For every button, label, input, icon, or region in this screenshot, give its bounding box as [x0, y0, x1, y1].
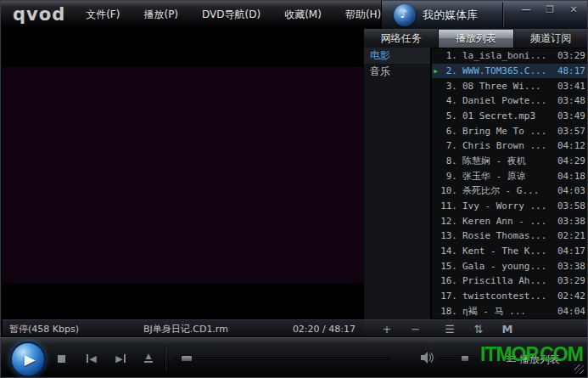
video-frame — [3, 67, 364, 283]
playlist-item[interactable]: 3. 08 Three Wi... 03:41 — [432, 78, 588, 93]
next-icon — [124, 354, 126, 363]
playlist-item-duration: 04:03 — [554, 185, 585, 196]
playlist-item-duration: 03:38 — [554, 216, 585, 227]
playlist-item-number: 3. — [440, 81, 457, 92]
qvod-logo: qvod — [1, 4, 76, 26]
tab-channel-subscribe[interactable]: 频道订阅 — [514, 29, 588, 48]
volume-slider-thumb[interactable] — [461, 355, 469, 362]
menu-play[interactable]: 播放(P) — [143, 8, 178, 22]
playlist-item[interactable]: 13. Rosie Thomas... 02:21 — [432, 228, 588, 244]
next-track-button[interactable]: ▶ — [111, 351, 130, 366]
playlist-item-number: 7. — [440, 140, 457, 151]
playlist-item[interactable]: 9. 张玉华 - 原谅 04:18 — [432, 168, 588, 183]
playlist-item-title: WWW.TOM365.C... — [462, 65, 554, 76]
menu-file[interactable]: 文件(F) — [86, 8, 120, 22]
seek-slider[interactable] — [174, 358, 389, 360]
tab-playlist[interactable]: 播放列表 — [439, 29, 513, 48]
video-area[interactable] — [3, 29, 364, 319]
eject-icon: ▲ — [146, 353, 152, 360]
playlist-item[interactable]: 6. Bring Me To ... 03:57 — [432, 123, 588, 138]
playlist-item-duration: 02:21 — [554, 230, 585, 241]
volume-slider[interactable] — [439, 358, 478, 360]
time-position: 02:20 / 48:17 — [293, 324, 364, 335]
sort-icon[interactable]: ⇅ — [468, 323, 490, 336]
playlist-item[interactable]: 18. η褐 - 马 ... 04:04 — [432, 303, 588, 319]
playlist-item[interactable]: 16. Priscilla Ah... 03:29 — [432, 274, 588, 289]
playlist: 1. la_isla_boni... 03:29 ▶ 2. WWW.TOM365… — [432, 48, 588, 319]
control-separator — [165, 346, 165, 371]
previous-icon — [87, 354, 88, 363]
playlist-item[interactable]: 7. Chris Brown ... 04:12 — [432, 138, 588, 154]
media-library-title: 我的媒体库 — [423, 8, 478, 23]
playlist-item-title: η褐 - 马 ... — [462, 305, 554, 318]
playlist-toggle-icon — [507, 356, 516, 364]
playlist-item-title: Daniel Powte... — [462, 95, 554, 106]
previous-track-button[interactable]: ◀ — [82, 351, 101, 366]
playlist-item[interactable]: 8. 陈慧娴 - 夜机 04:29 — [432, 154, 588, 169]
playlist-item-duration: 04:12 — [554, 140, 585, 151]
playlist-item-title: 陈慧娴 - 夜机 — [462, 155, 554, 167]
playlist-item-title: Bring Me To ... — [462, 126, 554, 137]
category-sidebar: 电影 音乐 — [364, 48, 431, 319]
playlist-toolbar: + − ☰ ⇅ M — [364, 319, 588, 338]
playlist-item-duration: 04:18 — [554, 171, 585, 182]
playlist-item[interactable]: ▶ 2. WWW.TOM365.C... 48:17 — [432, 64, 588, 79]
menu-bar: 文件(F) 播放(P) DVD导航(D) 收藏(M) 帮助(H) — [76, 8, 381, 22]
remove-item-icon[interactable]: − — [405, 323, 427, 336]
playlist-item-title: Chris Brown ... — [462, 140, 554, 151]
minimize-button[interactable]: — — [519, 4, 533, 15]
playlist-item[interactable]: 4. Daniel Powte... 03:48 — [432, 93, 588, 109]
category-music[interactable]: 音乐 — [364, 64, 430, 80]
menu-favorites[interactable]: 收藏(M) — [284, 8, 322, 22]
mode-m-icon[interactable]: M — [496, 323, 518, 336]
playlist-item-duration: 03:57 — [554, 126, 585, 137]
playlist-item-number: 14. — [440, 245, 457, 257]
playlist-item-duration: 03:29 — [554, 275, 585, 286]
playlist-item-title: 01 Secret.mp3 — [462, 110, 554, 121]
playlist-item[interactable]: 12. Keren Ann - ... 03:38 — [432, 213, 588, 228]
title-bar: qvod 文件(F) 播放(P) DVD导航(D) 收藏(M) 帮助(H) 我的… — [1, 1, 588, 29]
playlist-item[interactable]: 1. la_isla_boni... 03:29 — [432, 48, 588, 64]
stop-icon — [58, 355, 65, 363]
resize-grip-icon[interactable] — [574, 364, 584, 374]
category-movies[interactable]: 电影 — [364, 48, 430, 64]
playlist-item[interactable]: 10. 杀死比尔 - G... 04:03 — [432, 183, 588, 199]
play-button[interactable]: ▶ — [10, 341, 46, 377]
add-item-icon[interactable]: + — [376, 323, 398, 336]
playlist-toggle-button[interactable]: 播放列表 — [507, 353, 560, 367]
playlist-item-number: 2. — [440, 65, 457, 76]
playlist-item[interactable]: 5. 01 Secret.mp3 03:49 — [432, 109, 588, 124]
speaker-icon[interactable] — [420, 351, 435, 364]
playlist-item-number: 11. — [440, 200, 457, 212]
playlist-item-number: 8. — [440, 155, 457, 166]
playlist-item[interactable]: 14. Kent - The K... 04:17 — [432, 244, 588, 259]
list-view-icon[interactable]: ☰ — [439, 323, 461, 336]
media-library-header: 我的媒体库 — ❐ ✕ — [381, 1, 588, 29]
playlist-item[interactable]: 17. twistcontest... 02:42 — [432, 289, 588, 304]
close-button[interactable]: ✕ — [567, 4, 580, 15]
playlist-item-number: 18. — [440, 306, 457, 317]
playlist-item-number: 12. — [440, 216, 457, 227]
playlist-item-title: 张玉华 - 原谅 — [462, 170, 554, 183]
playlist-item-number: 17. — [440, 291, 457, 302]
playlist-item-title: 杀死比尔 - G... — [462, 184, 554, 197]
window-controls: — ❐ ✕ — [519, 4, 580, 15]
stop-button[interactable] — [53, 351, 69, 366]
title-bar-left: qvod 文件(F) 播放(P) DVD导航(D) 收藏(M) 帮助(H) — [1, 1, 381, 29]
playlist-item-duration: 02:42 — [554, 291, 585, 302]
playlist-item-title: Gala - young... — [462, 261, 554, 272]
playlist-item-duration: 04:17 — [554, 245, 585, 257]
playlist-item-duration: 03:29 — [554, 50, 585, 61]
tab-network-tasks[interactable]: 网络任务 — [364, 29, 439, 48]
menu-dvd-nav[interactable]: DVD导航(D) — [202, 8, 260, 22]
playlist-item[interactable]: 15. Gala - young... 03:38 — [432, 258, 588, 274]
playlist-item[interactable]: 11. Ivy - Worry ... 03:58 — [432, 199, 588, 214]
seek-slider-thumb[interactable] — [181, 355, 193, 362]
play-icon: ▶ — [20, 351, 35, 368]
playlist-item-number: 6. — [440, 126, 457, 137]
maximize-button[interactable]: ❐ — [543, 4, 557, 15]
playlist-item-duration: 04:29 — [554, 155, 585, 166]
playlist-item-duration: 03:38 — [554, 261, 585, 272]
menu-help[interactable]: 帮助(H) — [345, 8, 381, 22]
eject-button[interactable]: ▲ — [140, 349, 157, 366]
